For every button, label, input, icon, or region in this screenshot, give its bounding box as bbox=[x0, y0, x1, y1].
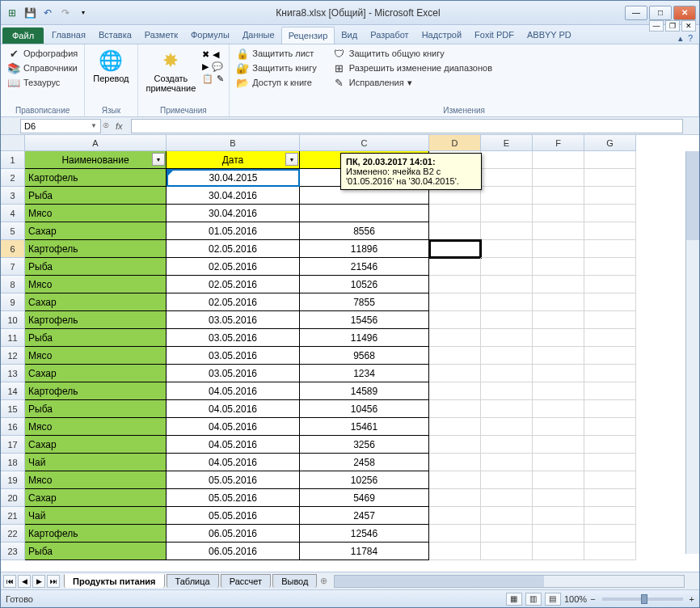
cell-A19[interactable]: Мясо bbox=[25, 471, 167, 489]
cell-D22[interactable] bbox=[429, 525, 481, 543]
cell-C20[interactable]: 5469 bbox=[300, 489, 429, 507]
formula-bar[interactable] bbox=[131, 119, 683, 133]
cell-G1[interactable] bbox=[584, 151, 636, 169]
cell-G20[interactable] bbox=[584, 489, 636, 507]
cell-C17[interactable]: 3256 bbox=[300, 436, 429, 454]
cell-G5[interactable] bbox=[584, 222, 636, 240]
colhead-B[interactable]: B bbox=[167, 135, 300, 151]
page-layout-button[interactable]: ▥ bbox=[525, 593, 542, 606]
rowhead-12[interactable]: 12 bbox=[1, 347, 25, 365]
ribbon-tab-8[interactable]: Надстрой bbox=[415, 27, 468, 44]
cell-A22[interactable]: Картофель bbox=[25, 525, 167, 543]
cell-C6[interactable]: 11896 bbox=[300, 240, 429, 258]
cell-E6[interactable] bbox=[481, 240, 533, 258]
cell-F10[interactable] bbox=[533, 311, 584, 329]
cell-D11[interactable] bbox=[429, 329, 481, 347]
rowhead-20[interactable]: 20 bbox=[1, 489, 25, 507]
cell-G12[interactable] bbox=[584, 347, 636, 365]
cell-F11[interactable] bbox=[533, 329, 584, 347]
cell-E8[interactable] bbox=[481, 276, 533, 293]
cell-F19[interactable] bbox=[533, 471, 584, 489]
zoom-out-button[interactable]: − bbox=[590, 594, 595, 604]
allow-ranges-button[interactable]: ⊞Разрешить изменение диапазонов bbox=[331, 61, 494, 75]
cell-D18[interactable] bbox=[429, 454, 481, 471]
rowhead-4[interactable]: 4 bbox=[1, 205, 25, 222]
cell-D16[interactable] bbox=[429, 418, 481, 436]
cell-B15[interactable]: 04.05.2016 bbox=[167, 400, 300, 418]
cell-F16[interactable] bbox=[533, 418, 584, 436]
cell-A10[interactable]: Картофель bbox=[25, 311, 167, 329]
cell-A13[interactable]: Сахар bbox=[25, 365, 167, 382]
cell-C23[interactable]: 11784 bbox=[300, 543, 429, 560]
rowhead-18[interactable]: 18 bbox=[1, 454, 25, 471]
vscroll-thumb[interactable] bbox=[686, 151, 699, 240]
cell-B20[interactable]: 05.05.2016 bbox=[167, 489, 300, 507]
cell-D10[interactable] bbox=[429, 311, 481, 329]
cell-C10[interactable]: 15456 bbox=[300, 311, 429, 329]
cell-D14[interactable] bbox=[429, 382, 481, 400]
rowhead-16[interactable]: 16 bbox=[1, 418, 25, 436]
cell-A23[interactable]: Рыба bbox=[25, 543, 167, 560]
cell-B22[interactable]: 06.05.2016 bbox=[167, 525, 300, 543]
cell-E23[interactable] bbox=[481, 543, 533, 560]
rowhead-10[interactable]: 10 bbox=[1, 311, 25, 329]
cell-D6[interactable] bbox=[429, 240, 481, 258]
research-button[interactable]: 📚Справочники bbox=[6, 61, 79, 75]
new-comment-button[interactable]: ✸ Создать примечание bbox=[143, 46, 200, 95]
normal-view-button[interactable]: ▦ bbox=[506, 593, 522, 606]
translate-button[interactable]: 🌐 Перевод bbox=[90, 46, 132, 85]
cell-F8[interactable] bbox=[533, 276, 584, 293]
cell-G4[interactable] bbox=[584, 205, 636, 222]
cell-E2[interactable] bbox=[481, 169, 533, 187]
ribbon-tab-0[interactable]: Главная bbox=[45, 27, 92, 44]
rowhead-5[interactable]: 5 bbox=[1, 222, 25, 240]
cell-G17[interactable] bbox=[584, 436, 636, 454]
close-button[interactable]: ✕ bbox=[673, 6, 696, 20]
cell-D21[interactable] bbox=[429, 507, 481, 525]
rowhead-2[interactable]: 2 bbox=[1, 169, 25, 187]
cell-B10[interactable]: 03.05.2016 bbox=[167, 311, 300, 329]
zoom-thumb[interactable] bbox=[641, 594, 647, 604]
cell-C13[interactable]: 1234 bbox=[300, 365, 429, 382]
cell-A14[interactable]: Картофель bbox=[25, 382, 167, 400]
cell-B7[interactable]: 02.05.2016 bbox=[167, 258, 300, 276]
cell-D17[interactable] bbox=[429, 436, 481, 454]
redo-icon[interactable]: ↷ bbox=[57, 5, 74, 21]
cell-B12[interactable]: 03.05.2016 bbox=[167, 347, 300, 365]
cell-E17[interactable] bbox=[481, 436, 533, 454]
cell-E11[interactable] bbox=[481, 329, 533, 347]
cell-F13[interactable] bbox=[533, 365, 584, 382]
cell-B16[interactable]: 04.05.2016 bbox=[167, 418, 300, 436]
cell-F20[interactable] bbox=[533, 489, 584, 507]
cell-F4[interactable] bbox=[533, 205, 584, 222]
cell-A16[interactable]: Мясо bbox=[25, 418, 167, 436]
cell-F15[interactable] bbox=[533, 400, 584, 418]
rowhead-14[interactable]: 14 bbox=[1, 382, 25, 400]
minimize-button[interactable]: — bbox=[625, 6, 647, 20]
rowhead-19[interactable]: 19 bbox=[1, 471, 25, 489]
cell-G8[interactable] bbox=[584, 276, 636, 293]
rowhead-17[interactable]: 17 bbox=[1, 436, 25, 454]
horizontal-scrollbar[interactable] bbox=[334, 575, 685, 588]
colhead-G[interactable]: G bbox=[584, 135, 636, 151]
sheet-tab-1[interactable]: Таблица bbox=[167, 574, 219, 588]
cell-B21[interactable]: 05.05.2016 bbox=[167, 507, 300, 525]
ribbon-tab-4[interactable]: Данные bbox=[236, 27, 281, 44]
select-all-button[interactable] bbox=[1, 135, 25, 151]
cell-C18[interactable]: 2458 bbox=[300, 454, 429, 471]
thesaurus-button[interactable]: 📖Тезаурус bbox=[6, 75, 79, 90]
sheet-tab-2[interactable]: Рассчет bbox=[221, 574, 272, 588]
cell-G15[interactable] bbox=[584, 400, 636, 418]
cell-G10[interactable] bbox=[584, 311, 636, 329]
cell-C22[interactable]: 12546 bbox=[300, 525, 429, 543]
cell-B9[interactable]: 02.05.2016 bbox=[167, 293, 300, 311]
undo-icon[interactable]: ↶ bbox=[40, 5, 56, 21]
cell-G23[interactable] bbox=[584, 543, 636, 560]
cell-E14[interactable] bbox=[481, 382, 533, 400]
next-comment-icon[interactable]: ▶ bbox=[202, 61, 209, 72]
cell-C12[interactable]: 9568 bbox=[300, 347, 429, 365]
cell-A18[interactable]: Чай bbox=[25, 454, 167, 471]
cell-E9[interactable] bbox=[481, 293, 533, 311]
cell-A7[interactable]: Рыба bbox=[25, 258, 167, 276]
rowhead-6[interactable]: 6 bbox=[1, 240, 25, 258]
